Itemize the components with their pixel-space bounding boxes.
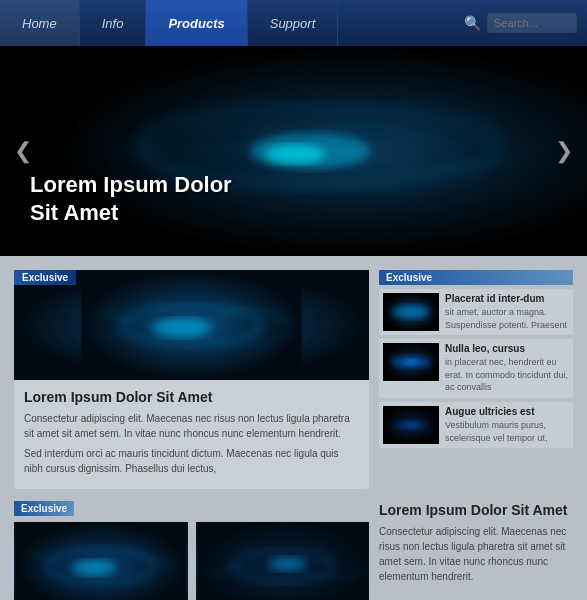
search-area: 🔍 bbox=[454, 0, 587, 46]
bottom-exclusive-badge: Exclusive bbox=[14, 501, 74, 516]
navigation: Home Info Products Support 🔍 bbox=[0, 0, 587, 46]
small-card-2: Lorem Ipsum Dolor Sit Amet bbox=[196, 522, 370, 600]
mini-thumb-1 bbox=[383, 293, 439, 331]
nav-products[interactable]: Products bbox=[146, 0, 247, 46]
mini-text-1: Placerat id inter-dum sit amet, auctor a… bbox=[445, 293, 569, 331]
mini-title-1: Placerat id inter-dum bbox=[445, 293, 569, 304]
top-row: Exclusive Lorem I bbox=[14, 270, 573, 489]
mini-desc-1: sit amet, auctor a magna. Suspendisse po… bbox=[445, 306, 569, 331]
mini-title-2: Nulla leo, cursus bbox=[445, 343, 569, 354]
featured-card-svg bbox=[14, 270, 369, 380]
bottom-right-title: Lorem Ipsum Dolor Sit Amet bbox=[379, 501, 573, 519]
mini-item-1: Placerat id inter-dum sit amet, auctor a… bbox=[379, 289, 573, 335]
small-card-1: Lorem Ipsum Dolor Sit Amet bbox=[14, 522, 188, 600]
mini-desc-3: Vestibulum mauris purus, scelerisque vel… bbox=[445, 419, 569, 444]
mini-thumb-2 bbox=[383, 343, 439, 381]
search-input[interactable] bbox=[487, 13, 577, 33]
mini-item-3: Augue ultricies est Vestibulum mauris pu… bbox=[379, 402, 573, 448]
hero-next-button[interactable]: ❯ bbox=[545, 132, 583, 170]
featured-card-visual bbox=[14, 270, 369, 380]
featured-card-text2: Sed interdum orci ac mauris tincidunt di… bbox=[24, 446, 359, 476]
featured-card-text1: Consectetur adipiscing elit. Maecenas ne… bbox=[24, 411, 359, 441]
main-content: Exclusive Lorem I bbox=[0, 256, 587, 600]
nav-home[interactable]: Home bbox=[0, 0, 80, 46]
mini-desc-2: in placerat nec, hendrerit eu erat. In c… bbox=[445, 356, 569, 394]
mini-title-3: Augue ultricies est bbox=[445, 406, 569, 417]
bottom-left: Exclusive bbox=[14, 501, 369, 600]
svg-point-12 bbox=[403, 359, 419, 365]
svg-point-4 bbox=[265, 144, 325, 164]
bottom-right-card: Lorem Ipsum Dolor Sit Amet Consectetur a… bbox=[379, 501, 573, 600]
search-icon[interactable]: 🔍 bbox=[464, 15, 481, 31]
mini-text-2: Nulla leo, cursus in placerat nec, hendr… bbox=[445, 343, 569, 394]
hero-slider: ❮ ❯ Lorem Ipsum Dolor Sit Amet bbox=[0, 46, 587, 256]
right-col-header: Exclusive bbox=[379, 270, 573, 285]
featured-card-title: Lorem Ipsum Dolor Sit Amet bbox=[24, 388, 359, 406]
hero-prev-button[interactable]: ❮ bbox=[4, 132, 42, 170]
exclusive-badge: Exclusive bbox=[14, 270, 76, 285]
svg-point-9 bbox=[393, 305, 429, 319]
featured-card-image: Exclusive bbox=[14, 270, 369, 380]
mini-item-2: Nulla leo, cursus in placerat nec, hendr… bbox=[379, 339, 573, 398]
hero-title: Lorem Ipsum Dolor Sit Amet bbox=[30, 171, 232, 228]
bottom-row: Exclusive bbox=[14, 501, 573, 600]
right-column: Exclusive Placerat id inter-dum sit amet… bbox=[379, 270, 573, 489]
svg-point-15 bbox=[405, 423, 417, 427]
featured-card: Exclusive Lorem I bbox=[14, 270, 369, 489]
nav-info[interactable]: Info bbox=[80, 0, 147, 46]
featured-card-body: Lorem Ipsum Dolor Sit Amet Consectetur a… bbox=[14, 380, 369, 489]
mini-thumb-3 bbox=[383, 406, 439, 444]
small-card-1-image bbox=[14, 522, 188, 600]
two-col-cards: Lorem Ipsum Dolor Sit Amet bbox=[14, 522, 369, 600]
mini-text-3: Augue ultricies est Vestibulum mauris pu… bbox=[445, 406, 569, 444]
nav-support[interactable]: Support bbox=[248, 0, 339, 46]
bottom-right-text1: Consectetur adipiscing elit. Maecenas ne… bbox=[379, 524, 573, 584]
small-card-2-image bbox=[196, 522, 370, 600]
